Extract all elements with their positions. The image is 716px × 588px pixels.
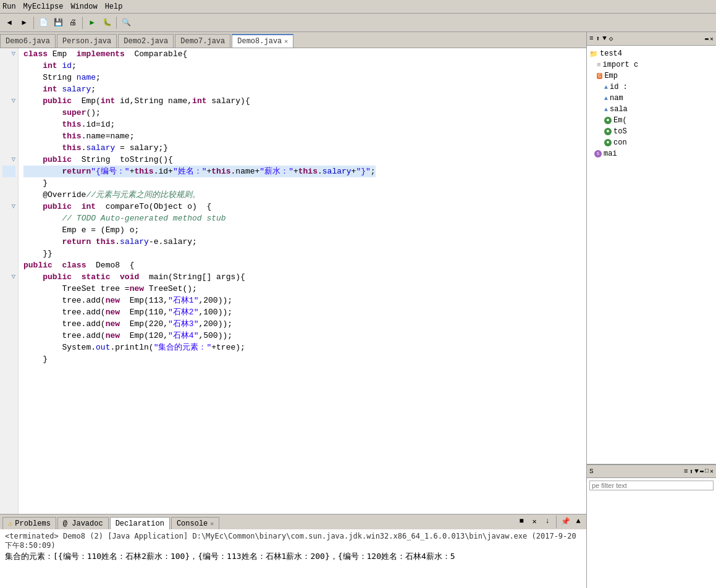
menu-help[interactable]: Help <box>105 2 123 11</box>
outline-name[interactable]: ▲ nam <box>604 93 714 104</box>
outline-minimize[interactable]: ▬ <box>705 35 709 43</box>
gutter-18 <box>2 248 15 259</box>
tab-javadoc[interactable]: @ Javadoc <box>57 517 109 529</box>
outline-main[interactable]: s mai <box>594 148 714 159</box>
field-icon-2: ▲ <box>604 95 608 102</box>
fold-icon-14[interactable]: ▽ <box>11 201 15 212</box>
main-icon: s <box>594 150 602 158</box>
outer-right-panel: ≡ ⬆ ▼ ◇ ▬ ✕ 📁 test4 ≡ <box>586 32 716 588</box>
fold-icon-5[interactable]: ▽ <box>11 95 15 107</box>
menu-myeclipse[interactable]: MyEclipse <box>23 2 64 11</box>
code-inner: ▽ ▽ ▽ ▽ <box>0 48 381 514</box>
tab-declaration[interactable]: Declaration <box>110 517 170 529</box>
code-editor[interactable]: ▽ ▽ ▽ ▽ <box>0 48 586 514</box>
outline-salary-label: sala <box>610 105 628 114</box>
tab-label: Demo6.java <box>6 37 50 46</box>
s-close[interactable]: ✕ <box>710 468 714 476</box>
editor-area: Demo6.java Person.java Demo2.java Demo7.… <box>0 32 586 588</box>
outline-compareto[interactable]: ● con <box>604 137 714 148</box>
s-icon-1[interactable]: ≡ <box>684 468 688 476</box>
outline-emp-method-label: Em( <box>613 116 627 125</box>
toolbar-forward[interactable]: ▶ <box>17 16 31 30</box>
gutter-21 <box>2 283 15 295</box>
tab-label: Demo2.java <box>124 37 168 46</box>
console-output-text: 集合的元素：[{编号：110姓名：石林2薪水：100}，{编号：113姓名：石林… <box>5 551 581 562</box>
outline-test4[interactable]: 📁 test4 <box>589 48 714 59</box>
gutter-23 <box>2 306 15 318</box>
toolbar-sep-1 <box>33 17 34 29</box>
console-stop-btn[interactable]: ■ <box>516 516 527 527</box>
code-line-5: public Emp(int id,String name,int salary… <box>23 95 376 107</box>
outline-icon-3[interactable]: ▼ <box>602 35 607 43</box>
tab-label: Demo7.java <box>180 37 225 46</box>
outline-salary[interactable]: ▲ sala <box>604 104 714 115</box>
fold-icon-20[interactable]: ▽ <box>11 271 15 283</box>
gutter-16 <box>2 224 15 236</box>
outline-emp[interactable]: C Emp <box>597 70 714 82</box>
s-panel: S ≡ ⬆ ▼ ▬ □ ✕ <box>587 464 716 588</box>
s-minimize[interactable]: ▬ <box>700 468 704 476</box>
code-line-12: } <box>23 177 376 189</box>
tab-demo7[interactable]: Demo7.java <box>175 34 230 48</box>
console-close-icon[interactable]: ✕ <box>210 520 214 527</box>
sep <box>556 516 557 528</box>
toolbar-debug[interactable]: 🐛 <box>100 16 114 30</box>
code-line-22: tree.add(new Emp(113,"石林1",200)); <box>23 295 376 306</box>
outline-import[interactable]: ≡ import c <box>597 59 714 70</box>
console-maximize-btn[interactable]: ▲ <box>573 516 584 527</box>
code-line-7: this.id=id; <box>23 119 376 130</box>
outline-id-label: id : <box>610 83 628 91</box>
menu-run[interactable]: Run <box>2 2 16 11</box>
toolbar-new[interactable]: 📄 <box>36 16 50 30</box>
code-line-4: int salary; <box>23 83 376 95</box>
s-icon-3[interactable]: ▼ <box>694 468 699 476</box>
tab-person[interactable]: Person.java <box>57 34 117 48</box>
tab-demo6[interactable]: Demo6.java <box>0 34 56 48</box>
gutter-5: ▽ <box>2 95 15 107</box>
console-pin-btn[interactable]: 📌 <box>560 516 571 527</box>
outline-tree[interactable]: 📁 test4 ≡ import c C Emp ▲ id : <box>587 46 716 464</box>
console-clear-btn[interactable]: ✕ <box>529 516 540 527</box>
code-line-3: String name; <box>23 72 376 83</box>
outline-test4-label: test4 <box>600 49 622 58</box>
tab-close-icon[interactable]: ✕ <box>284 38 288 45</box>
tab-problems[interactable]: ⚠ Problems <box>2 517 56 529</box>
outline-compareto-label: con <box>613 138 627 147</box>
outline-tostring[interactable]: ● toS <box>604 126 714 137</box>
outline-icon-1[interactable]: ≡ <box>589 35 594 43</box>
tab-demo8[interactable]: Demo8.java ✕ <box>232 34 293 48</box>
code-line-14: public int compareTo(Object o) { <box>23 201 376 212</box>
outline-icon-2[interactable]: ⬆ <box>596 35 600 43</box>
code-content[interactable]: class Emp implements Comparable{ int id;… <box>19 48 381 514</box>
toolbar-run[interactable]: ▶ <box>85 16 99 30</box>
toolbar-print[interactable]: 🖨 <box>66 16 80 30</box>
outline-emp-method[interactable]: ● Em( <box>604 115 714 126</box>
tab-problems-label: Problems <box>15 519 51 528</box>
code-line-1: class Emp implements Comparable{ <box>23 48 376 60</box>
method-icon-1: ● <box>604 117 612 124</box>
s-filter-input[interactable] <box>589 481 714 490</box>
bottom-panel: ⚠ Problems @ Javadoc Declaration Console… <box>0 514 586 588</box>
fold-icon-10[interactable]: ▽ <box>11 154 15 166</box>
class-icon: C <box>597 73 602 79</box>
s-icon-2[interactable]: ⬆ <box>689 468 694 476</box>
outline-tostring-label: toS <box>613 127 627 136</box>
tab-bar: Demo6.java Person.java Demo2.java Demo7.… <box>0 32 586 48</box>
toolbar-back[interactable]: ◀ <box>2 16 16 30</box>
console-scroll-btn[interactable]: ↓ <box>542 516 553 527</box>
outline-header: ≡ ⬆ ▼ ◇ ▬ ✕ <box>587 32 716 46</box>
code-line-24: tree.add(new Emp(220,"石林3",200)); <box>23 318 376 330</box>
toolbar: ◀ ▶ 📄 💾 🖨 ▶ 🐛 🔍 <box>0 14 716 32</box>
outline-close[interactable]: ✕ <box>710 35 714 43</box>
toolbar-search[interactable]: 🔍 <box>119 16 133 30</box>
s-maximize[interactable]: □ <box>705 468 709 476</box>
toolbar-save[interactable]: 💾 <box>51 16 65 30</box>
tab-console[interactable]: Console ✕ <box>171 517 219 529</box>
gutter-9 <box>2 142 15 154</box>
outline-icon-4[interactable]: ◇ <box>609 35 613 43</box>
menu-window[interactable]: Window <box>70 2 97 11</box>
import-icon: ≡ <box>597 61 601 69</box>
fold-icon[interactable]: ▽ <box>11 48 15 60</box>
outline-id[interactable]: ▲ id : <box>604 82 714 93</box>
tab-demo2[interactable]: Demo2.java <box>118 34 174 48</box>
